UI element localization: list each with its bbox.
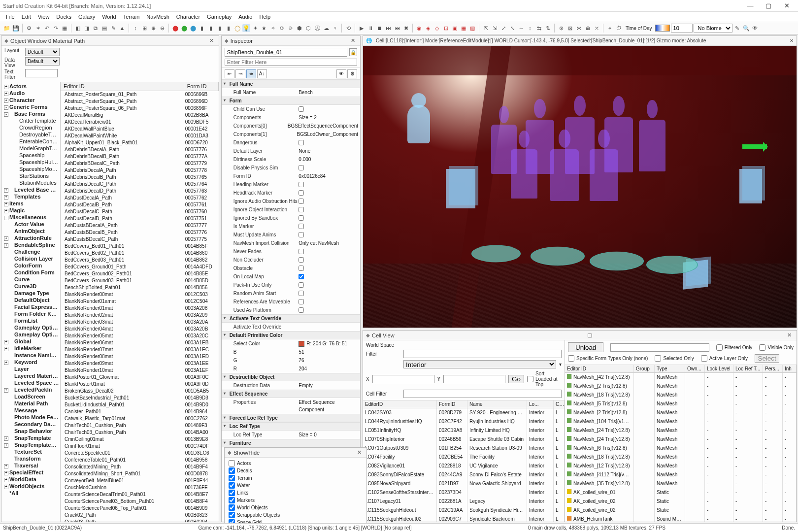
tb-icon[interactable]: ⟳ (278, 24, 286, 32)
sort-loaded-check[interactable] (527, 376, 533, 382)
tree-node[interactable]: Message (1, 407, 60, 414)
cellfilter-input[interactable] (403, 390, 562, 398)
column-header[interactable]: Loc Ref T... (733, 365, 763, 372)
property-row[interactable]: Destruction DataEmpty (222, 381, 360, 390)
list-row[interactable]: AshDebrisDecalB_Path00057765 (61, 174, 219, 181)
list-row[interactable]: BlankNoRender05mat0003A20C (61, 332, 219, 339)
tb-icon[interactable]: ▲ (118, 24, 126, 32)
list-row[interactable]: CouchModCushion001736FE (61, 484, 219, 491)
list-row[interactable]: ChairTech03_Cushion_Path0014BA00 (61, 429, 219, 436)
menu-gameplay[interactable]: Gameplay (204, 13, 234, 21)
property-row[interactable]: Used As Platform (222, 306, 360, 314)
property-row[interactable]: Must Update Anims (222, 231, 360, 239)
showhide-item[interactable]: World Objects (229, 504, 363, 511)
property-row[interactable]: Components[1]BGSLodOwner_Component (222, 130, 360, 138)
tb-icon[interactable]: ▧ (468, 24, 476, 32)
list-row[interactable]: CounterScienceDecalTrim01_Path010014B8E7 (61, 491, 219, 498)
list-row[interactable]: AKDecalTerrabrew010009BDF5 (61, 119, 219, 126)
property-row[interactable]: Heading Marker (222, 180, 360, 189)
table-row[interactable]: NavMesh_[12 Tris](v12.8)NavMesh---- (565, 462, 797, 470)
column-header[interactable]: FormID (437, 400, 467, 408)
list-row[interactable]: CmnFloor01mat000C74DF (61, 443, 219, 450)
showhide-item[interactable]: Terrain (229, 474, 363, 482)
table-row[interactable]: NavMesh_[35 Tris](v12.8)NavMesh---- (565, 479, 797, 488)
tree-node[interactable]: EnterableControlla (1, 138, 60, 145)
tb-icon[interactable]: ▦ (460, 24, 467, 32)
property-row[interactable]: Loc Ref TypeSize = 0 (222, 431, 360, 439)
tree-node[interactable]: LoadScreen (1, 393, 60, 400)
column-header[interactable]: Pers... (763, 365, 783, 372)
list-row[interactable]: BlankNoRender01mat0003A208 (61, 305, 219, 312)
tb-icon[interactable]: Ⓐ (313, 24, 321, 32)
tree-node[interactable]: AnimObject (1, 228, 60, 234)
property-row[interactable]: Child Can Use (222, 105, 360, 113)
active-layer-check[interactable] (701, 355, 707, 362)
tree-node[interactable]: LeveledPackIn (1, 386, 60, 393)
menu-terrain[interactable]: Terrain (120, 13, 143, 21)
tree-node[interactable]: SpaceshipModule (1, 166, 60, 172)
property-row[interactable]: Select ColorR: 204 G: 76 B: 51 (222, 339, 360, 348)
table-row[interactable]: LC107Legacy010022881ALegacyInteriorL (363, 497, 565, 506)
list-row[interactable]: BedCovers_Ground03_Path010014B85D (61, 277, 219, 284)
tree-node[interactable]: BendableSpline (1, 241, 60, 248)
table-row[interactable]: LC093SonnyDiFalcoEstate00244CA9Sonny Di … (363, 470, 565, 479)
tb-icon[interactable]: ◨ (83, 24, 91, 32)
tree-node[interactable]: Gameplay Option G (1, 331, 60, 338)
table-row[interactable]: LC051InfinityHQ002C19A8Infinity Limited … (363, 426, 565, 435)
table-row[interactable]: NavMesh_[4112 Tris](v12.8)NavMesh---- (565, 470, 797, 479)
list-row[interactable]: BlankNoRender08mat0003A1ED (61, 353, 219, 360)
tb-icon[interactable]: ⇱ (482, 24, 490, 32)
tb-icon[interactable]: ⏸ (366, 24, 374, 32)
property-row[interactable]: Dangerous (222, 138, 360, 147)
property-row[interactable]: Disable Physics Sim (222, 164, 360, 172)
tb-icon[interactable]: ⬡ (304, 24, 312, 32)
tb-icon[interactable]: ⊖ (158, 24, 166, 32)
tb-icon[interactable]: ♀ (331, 24, 339, 32)
menu-edit[interactable]: Edit (19, 13, 34, 21)
tb-icon[interactable]: ⏮ (393, 24, 401, 32)
biome-select[interactable]: No Biome (694, 24, 732, 33)
showhide-item[interactable]: Actors (229, 460, 363, 467)
tree-node[interactable]: Condition Form (1, 269, 60, 276)
close-icon[interactable]: ✕ (349, 37, 357, 44)
list-row[interactable]: AKDecalWallPaintBlue00001E42 (61, 126, 219, 133)
tb-icon[interactable]: ▮ (225, 24, 233, 32)
text-filter-input[interactable] (25, 69, 58, 77)
menu-character[interactable]: Character (173, 13, 203, 21)
list-row[interactable]: BrokenGlass_Decal02001D5AB5 (61, 388, 219, 395)
pencil-icon[interactable]: ✎ (733, 24, 741, 32)
tree-node[interactable]: TextureSet (1, 448, 60, 455)
list-row[interactable]: ChairTech01_Cushion_Path001489F3 (61, 422, 219, 429)
gear-icon[interactable]: ⚙ (347, 69, 357, 78)
tree-node[interactable]: Instance Naming R (1, 352, 60, 359)
showhide-item[interactable]: Links (229, 489, 363, 497)
tb-icon[interactable]: ⊛ (557, 24, 565, 32)
tb-icon[interactable]: ▣ (451, 24, 459, 32)
property-section[interactable]: Default Primitive Color (222, 331, 360, 339)
selected-only-check[interactable] (655, 355, 661, 362)
specific-formtypes-check[interactable] (568, 355, 574, 362)
property-row[interactable]: Obstacle (222, 264, 360, 272)
tree-node[interactable]: Character (1, 97, 60, 103)
property-row[interactable]: Full NameBench (222, 88, 360, 97)
tb-icon[interactable]: ⇅ (544, 24, 552, 32)
x-input[interactable] (372, 375, 434, 383)
list-row[interactable]: BlankNoRender01amat0012C504 (61, 298, 219, 305)
tree-node[interactable]: FormList (1, 317, 60, 324)
layout-select[interactable]: Default (25, 48, 60, 56)
tb-icon[interactable]: ✧ (269, 24, 277, 32)
tree-node[interactable]: Generic Forms (1, 103, 60, 110)
list-row[interactable]: BlankNoRender04mat0003A20B (61, 326, 219, 332)
list-row[interactable]: AlphaKit_Upper01_Black_Path01000D6720 (61, 139, 219, 146)
tree-node[interactable]: Challenge (1, 248, 60, 255)
tree-node[interactable]: Leveled Base Form (1, 186, 60, 193)
property-row[interactable]: ▸ComponentsSize = 2 (222, 113, 360, 122)
dropdown-icon[interactable]: ▾ (559, 362, 562, 367)
magnifier-icon[interactable]: 🔍 (742, 24, 750, 32)
tb-icon[interactable]: ◧ (74, 24, 82, 32)
tb-icon[interactable]: ⧉ (92, 24, 100, 32)
maximize-button[interactable]: ▢ (760, 2, 777, 9)
table-row[interactable]: LC074Facility002CBE54The FacilityInterio… (363, 453, 565, 462)
property-row[interactable]: References Are Moveable (222, 298, 360, 306)
tree-node[interactable]: Miscellaneous (1, 214, 60, 221)
